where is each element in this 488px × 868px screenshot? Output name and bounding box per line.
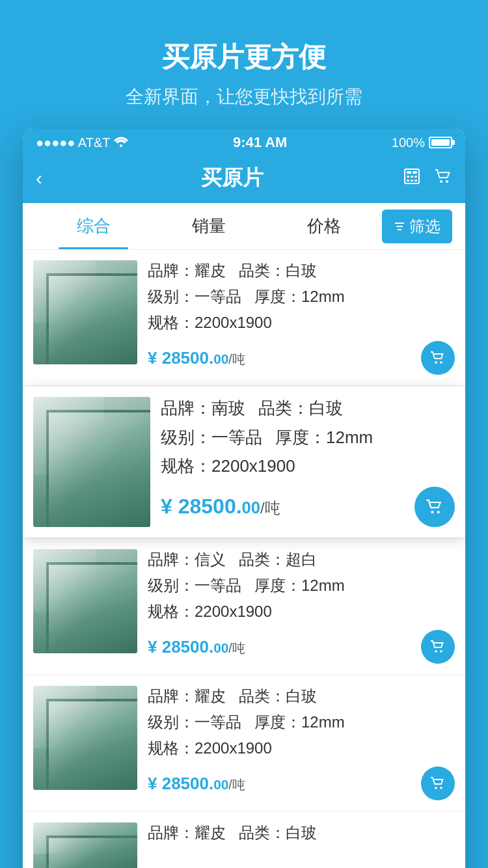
svg-point-11: [446, 180, 448, 183]
promo-area: 买原片更方便 全新界面，让您更快找到所需: [0, 0, 488, 129]
info-row-level-4: 级别：一等品 厚度：12mm: [148, 712, 455, 733]
product-info-4: 品牌：耀皮 品类：白玻 级别：一等品 厚度：12mm 规格：2200x1900 …: [148, 686, 455, 800]
nav-bar: ‹ 买原片: [23, 156, 465, 203]
tab-comprehensive[interactable]: 综合: [36, 203, 151, 249]
battery-percent: 100%: [392, 135, 425, 150]
product-info-1: 品牌：耀皮 品类：白玻 级别：一等品 厚度：12mm 规格：2200x1900 …: [148, 260, 455, 375]
svg-point-19: [435, 650, 437, 653]
svg-point-20: [440, 650, 442, 653]
product-info-2: 品牌：南玻 品类：白玻 级别：一等品 厚度：12mm 规格：2200x1900 …: [161, 397, 455, 527]
status-left: ●●●●● AT&T: [36, 135, 128, 150]
svg-rect-6: [414, 176, 417, 178]
status-bar: ●●●●● AT&T 9:41 AM 100%: [23, 129, 465, 156]
info-row-brand-1: 品牌：耀皮 品类：白玻: [148, 260, 455, 281]
calculator-icon[interactable]: [403, 167, 421, 190]
svg-point-21: [435, 787, 437, 789]
price-4: ¥ 28500.00/吨: [148, 774, 245, 794]
price-1: ¥ 28500.00/吨: [148, 348, 245, 368]
battery-icon: [429, 137, 452, 148]
spec-row-1: 规格：2200x1900: [148, 312, 455, 333]
product-info-3: 品牌：信义 品类：超白 级别：一等品 厚度：12mm 规格：2200x1900 …: [148, 549, 455, 664]
info-row-level-2: 级别：一等品 厚度：12mm: [161, 426, 455, 449]
info-row-level-3: 级别：一等品 厚度：12mm: [148, 575, 455, 596]
add-to-cart-button-2[interactable]: [414, 487, 455, 527]
product-card-2: 品牌：南玻 品类：白玻 级别：一等品 厚度：12mm 规格：2200x1900 …: [23, 387, 465, 537]
cart-nav-icon[interactable]: [434, 167, 452, 190]
product-image-3: [33, 549, 137, 653]
svg-rect-5: [411, 176, 413, 178]
price-row-2: ¥ 28500.00/吨: [161, 487, 455, 527]
product-card-5-partial: 品牌：耀皮 品类：白玻: [23, 812, 465, 868]
spec-row-3: 规格：2200x1900: [148, 601, 455, 622]
tab-sales[interactable]: 销量: [151, 203, 266, 249]
carrier-text: ●●●●● AT&T: [36, 135, 110, 150]
add-to-cart-button-4[interactable]: [421, 766, 455, 800]
product-image-1: [33, 260, 137, 364]
product-info-5-partial: 品牌：耀皮 品类：白玻: [148, 822, 455, 843]
info-row-level-1: 级别：一等品 厚度：12mm: [148, 286, 455, 307]
spec-row-2: 规格：2200x1900: [161, 455, 455, 478]
status-right: 100%: [392, 135, 452, 150]
product-list: 品牌：耀皮 品类：白玻 级别：一等品 厚度：12mm 规格：2200x1900 …: [23, 250, 465, 868]
svg-point-10: [440, 180, 442, 183]
battery-fill: [431, 139, 450, 146]
promo-subtitle: 全新界面，让您更快找到所需: [26, 85, 462, 109]
info-row-brand-2: 品牌：南玻 品类：白玻: [161, 397, 455, 420]
svg-point-18: [437, 511, 440, 513]
svg-point-22: [440, 787, 442, 789]
svg-rect-2: [407, 171, 411, 174]
price-row-1: ¥ 28500.00/吨: [148, 341, 455, 375]
svg-rect-8: [411, 180, 413, 182]
info-row-brand-4: 品牌：耀皮 品类：白玻: [148, 686, 455, 707]
svg-rect-9: [414, 180, 417, 182]
svg-rect-7: [407, 180, 409, 182]
svg-point-0: [120, 144, 122, 147]
phone-frame: ●●●●● AT&T 9:41 AM 100% ‹ 买原片: [23, 129, 465, 868]
product-image-4: [33, 686, 137, 790]
nav-icons: [403, 167, 452, 190]
price-3: ¥ 28500.00/吨: [148, 637, 245, 657]
info-row-brand-3: 品牌：信义 品类：超白: [148, 549, 455, 570]
product-image-5: [33, 822, 137, 868]
nav-title: 买原片: [201, 164, 264, 193]
filter-button[interactable]: 筛选: [382, 210, 452, 243]
svg-point-15: [435, 361, 437, 364]
add-to-cart-button-1[interactable]: [421, 341, 455, 375]
svg-point-17: [431, 511, 433, 513]
svg-rect-3: [413, 171, 417, 174]
spec-row-4: 规格：2200x1900: [148, 738, 455, 759]
back-button[interactable]: ‹: [36, 167, 62, 189]
add-to-cart-button-3[interactable]: [421, 630, 455, 664]
product-card-4: 品牌：耀皮 品类：白玻 级别：一等品 厚度：12mm 规格：2200x1900 …: [23, 675, 465, 811]
product-image-2: [33, 397, 150, 527]
svg-rect-4: [407, 176, 409, 178]
status-time: 9:41 AM: [233, 134, 288, 151]
promo-title: 买原片更方便: [26, 39, 462, 75]
svg-point-16: [440, 361, 442, 364]
tab-price[interactable]: 价格: [267, 203, 382, 249]
price-2: ¥ 28500.00/吨: [161, 495, 280, 519]
wifi-icon: [114, 135, 128, 150]
filter-bar: 综合 销量 价格 筛选: [23, 203, 465, 250]
product-card-3: 品牌：信义 品类：超白 级别：一等品 厚度：12mm 规格：2200x1900 …: [23, 539, 465, 674]
product-card-1: 品牌：耀皮 品类：白玻 级别：一等品 厚度：12mm 规格：2200x1900 …: [23, 250, 465, 385]
price-row-4: ¥ 28500.00/吨: [148, 766, 455, 800]
price-row-3: ¥ 28500.00/吨: [148, 630, 455, 664]
